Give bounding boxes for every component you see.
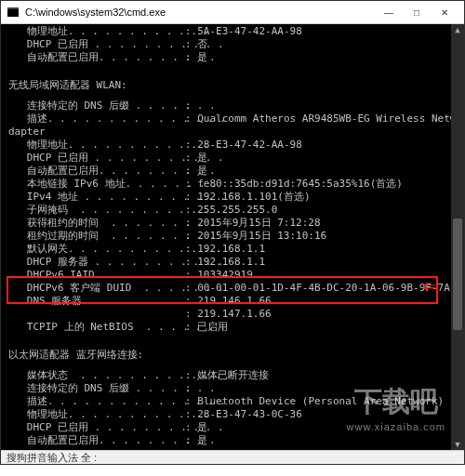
field-value: 00-01-00-01-1D-4F-4B-DC-20-1A-06-9B-9F-7… [197, 282, 450, 295]
section-header-bluetooth: 以太网适配器 蓝牙网络连接: [8, 349, 457, 362]
field-label: DNS 服务器 . . . . . . . . . . . [8, 295, 185, 308]
output-row: 连接特定的 DNS 后缀 . . . . . . . : [8, 99, 457, 112]
field-label: 连接特定的 DNS 后缀 . . . . . . . [8, 99, 185, 112]
field-label: 自动配置已启用. . . . . . . . . . [8, 434, 185, 447]
output-row: 自动配置已启用. . . . . . . . . . : 是 [8, 434, 457, 447]
field-label: 连接特定的 DNS 后缀 . . . . . . . [8, 382, 185, 395]
output-row: DHCPv6 IAID . . . . . . . . . . . : 1033… [8, 269, 457, 282]
colon: : [185, 51, 197, 64]
output-row: IPv4 地址 . . . . . . . . . . . . : 192.16… [8, 191, 457, 204]
colon: : [185, 434, 197, 447]
titlebar[interactable]: C:\windows\system32\cmd.exe — □ ✕ [1, 1, 464, 24]
field-value: 255.255.255.0 [197, 204, 277, 217]
scroll-up-button[interactable]: ▲ [451, 23, 464, 36]
field-value: 是 [197, 421, 207, 434]
minimize-button[interactable]: — [375, 1, 403, 23]
output-row: 自动配置已启用. . . . . . . . . . : 是 [8, 165, 457, 178]
field-label: DHCPv6 IAID . . . . . . . . . . . [8, 269, 185, 282]
field-label: 默认网关. . . . . . . . . . . . . [8, 243, 185, 256]
colon: : [185, 165, 197, 178]
description-wrap: dapter [8, 126, 457, 139]
output-row: 物理地址. . . . . . . . . . . . . : 5A-E3-47… [8, 25, 457, 38]
dns-server-row: : 219.147.1.66 [8, 308, 457, 321]
colon: : [185, 408, 197, 421]
colon: : [185, 421, 197, 434]
colon: : [185, 178, 197, 191]
colon: : [185, 217, 197, 230]
output-row: TCPIP 上的 NetBIOS . . . . . . . : 已启用 [8, 321, 457, 334]
field-value: 103342919 [197, 269, 253, 282]
colon: : [185, 25, 197, 38]
output-row: 描述. . . . . . . . . . . . . . . : Blueto… [8, 395, 457, 408]
field-value: 5A-E3-47-42-AA-98 [197, 25, 302, 38]
colon: : [185, 204, 197, 217]
output-row: 本地链接 IPv6 地址. . . . . . . . : fe80::35db… [8, 178, 457, 191]
field-label: 获得租约的时间 . . . . . . . . . [8, 217, 185, 230]
ime-status-bar[interactable]: 搜狗拼音输入法 全 : [1, 450, 464, 464]
output-row: 描述. . . . . . . . . . . . . . . : Qualco… [8, 112, 457, 126]
colon: : [185, 191, 197, 204]
field-label: 物理地址. . . . . . . . . . . . . [8, 25, 185, 38]
scroll-down-button[interactable]: ▼ [451, 438, 464, 451]
field-label: IPv4 地址 . . . . . . . . . . . . [8, 191, 185, 204]
field-value: 是 [197, 165, 207, 178]
colon: : [185, 282, 197, 295]
close-button[interactable]: ✕ [431, 1, 458, 23]
output-row: 物理地址. . . . . . . . . . . . . : 28-E3-47… [8, 139, 457, 152]
colon: : [185, 230, 197, 243]
maximize-button[interactable]: □ [403, 1, 431, 23]
field-label: DHCP 已启用 . . . . . . . . . . . [8, 421, 185, 434]
colon: : [185, 256, 197, 269]
field-label: 物理地址. . . . . . . . . . . . . [8, 408, 185, 421]
field-value: 否 [197, 38, 207, 51]
field-value: 192.168.1.1 [197, 243, 265, 256]
field-label: DHCP 已启用 . . . . . . . . . . . [8, 38, 185, 51]
field-label: 描述. . . . . . . . . . . . . . . [8, 395, 185, 408]
output-row: 物理地址. . . . . . . . . . . . . : 28-E3-47… [8, 408, 457, 421]
colon: : [185, 243, 197, 256]
terminal-output[interactable]: 物理地址. . . . . . . . . . . . . : 5A-E3-47… [1, 23, 464, 464]
scrollbar[interactable]: ▲ ▼ [451, 23, 464, 451]
field-value: 是 [197, 434, 207, 447]
field-label: DHCP 服务器 . . . . . . . . . . . [8, 256, 185, 269]
output-row: 自动配置已启用. . . . . . . . . . : 是 [8, 51, 457, 64]
field-value: 已启用 [197, 321, 228, 334]
colon: : [185, 382, 197, 395]
output-row: DHCP 服务器 . . . . . . . . . . . : 192.168… [8, 256, 457, 269]
field-value: 媒体已断开连接 [197, 369, 269, 382]
field-label: 媒体状态 . . . . . . . . . . . . [8, 369, 185, 382]
output-row: 媒体状态 . . . . . . . . . . . . : 媒体已断开连接 [8, 369, 457, 382]
field-value: 28-E3-47-42-AA-98 [197, 139, 302, 152]
colon: : [185, 139, 197, 152]
field-label: DHCPv6 客户端 DUID . . . . . . . [8, 282, 185, 295]
output-row: 默认网关. . . . . . . . . . . . . : 192.168.… [8, 243, 457, 256]
field-value: 192.168.1.101(首选) [197, 191, 310, 204]
output-row: DHCP 已启用 . . . . . . . . . . . : 否 [8, 38, 457, 51]
output-row: DHCPv6 客户端 DUID . . . . . . . : 00-01-00… [8, 282, 457, 295]
output-row: 子网掩码 . . . . . . . . . . . . : 255.255.2… [8, 204, 457, 217]
field-label: 自动配置已启用. . . . . . . . . . [8, 51, 185, 64]
colon: : [185, 269, 197, 282]
field-label: DHCP 已启用 . . . . . . . . . . . [8, 152, 185, 165]
field-label [8, 308, 185, 321]
field-value: 192.168.1.1 [197, 256, 265, 269]
field-label: 自动配置已启用. . . . . . . . . . [8, 165, 185, 178]
scrollbar-thumb[interactable] [453, 218, 462, 330]
field-label: 租约过期的时间 . . . . . . . . . [8, 230, 185, 243]
field-label: 描述. . . . . . . . . . . . . . . [8, 112, 185, 126]
output-row: 连接特定的 DNS 后缀 . . . . . . . : [8, 382, 457, 395]
field-label: 物理地址. . . . . . . . . . . . . [8, 139, 185, 152]
field-value: Bluetooth Device (Personal Area Network) [197, 395, 444, 408]
output-row: DHCP 已启用 . . . . . . . . . . . : 是 [8, 421, 457, 434]
colon: : [185, 112, 197, 126]
window-title: C:\windows\system32\cmd.exe [25, 7, 375, 18]
field-value: Qualcomm Atheros AR9485WB-EG Wireless Ne… [197, 112, 464, 126]
cmd-window: C:\windows\system32\cmd.exe — □ ✕ 物理地址. … [0, 0, 465, 465]
field-label: TCPIP 上的 NetBIOS . . . . . . . [8, 321, 185, 334]
colon: : [185, 99, 197, 112]
field-value: 219.146.1.66 [197, 295, 271, 308]
output-row: 获得租约的时间 . . . . . . . . . : 2015年9月15日 7… [8, 217, 457, 230]
colon: : [185, 395, 197, 408]
colon: : [185, 369, 197, 382]
colon: : [185, 308, 197, 321]
